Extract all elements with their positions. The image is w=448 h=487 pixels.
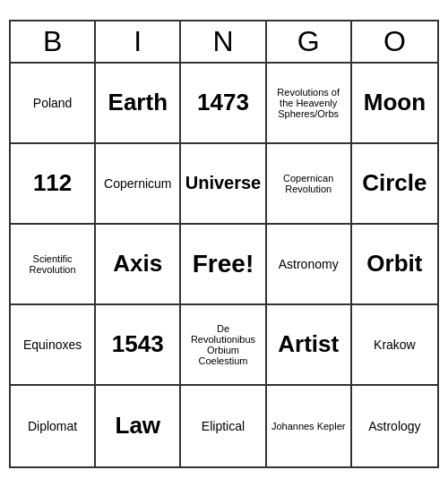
- bingo-cell: Earth: [96, 64, 181, 144]
- bingo-cell: Krakow: [352, 305, 437, 386]
- header-letter: B: [11, 21, 96, 62]
- bingo-cell: Copernican Revolution: [267, 144, 352, 225]
- bingo-cell: Free!: [181, 225, 266, 305]
- bingo-cell: Johannes Kepler: [267, 386, 352, 466]
- bingo-cell: Artist: [267, 305, 352, 386]
- bingo-card: BINGO PolandEarth1473Revolutions of the …: [9, 20, 439, 468]
- bingo-cell: Astronomy: [267, 225, 352, 305]
- bingo-cell: Orbit: [352, 225, 437, 305]
- bingo-cell: Axis: [96, 225, 181, 305]
- bingo-cell: De Revolutionibus Orbium Coelestium: [181, 305, 266, 386]
- bingo-cell: Eliptical: [181, 386, 266, 466]
- bingo-cell: Scientific Revolution: [11, 225, 96, 305]
- header-letter: I: [96, 21, 181, 62]
- bingo-cell: Poland: [11, 64, 96, 144]
- header-letter: G: [267, 21, 352, 62]
- bingo-cell: Law: [96, 386, 181, 466]
- bingo-cell: Universe: [181, 144, 266, 225]
- bingo-grid: PolandEarth1473Revolutions of the Heaven…: [11, 64, 437, 466]
- bingo-cell: Diplomat: [11, 386, 96, 466]
- bingo-cell: Astrology: [352, 386, 437, 466]
- bingo-cell: Equinoxes: [11, 305, 96, 386]
- bingo-cell: Moon: [352, 64, 437, 144]
- bingo-cell: Revolutions of the Heavenly Spheres/Orbs: [267, 64, 352, 144]
- bingo-cell: 1543: [96, 305, 181, 386]
- bingo-header: BINGO: [11, 21, 437, 64]
- bingo-cell: Circle: [352, 144, 437, 225]
- header-letter: N: [181, 21, 266, 62]
- bingo-cell: Copernicum: [96, 144, 181, 225]
- header-letter: O: [352, 21, 437, 62]
- bingo-cell: 112: [11, 144, 96, 225]
- bingo-cell: 1473: [181, 64, 266, 144]
